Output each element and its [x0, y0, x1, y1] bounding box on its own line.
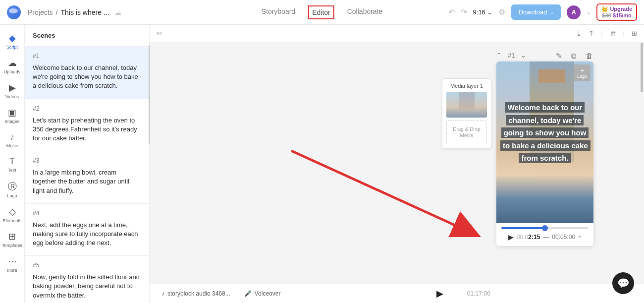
scene-item[interactable]: #4 Next, add the eggs one at a time, mak… — [25, 204, 149, 256]
image-icon: ▣ — [8, 107, 16, 118]
media-thumbnail[interactable] — [446, 92, 487, 118]
scenes-panel: Scenes #1 Welcome back to our channel, t… — [25, 25, 150, 303]
scene-tools: ✎ ⧉ 🗑 — [556, 52, 593, 61]
upload-icon: ☁ — [8, 58, 17, 68]
canvas-area: ✄ ⤓ ⤒ | 🗑 | ⊞ ⌃ #1 ⌄ ✎ ⧉ 🗑 — [150, 25, 644, 303]
breadcrumb-projects[interactable]: Projects — [28, 8, 53, 16]
scene-prev-icon[interactable]: ⌃ — [496, 52, 502, 59]
top-tabs: Storyboard Editor Collaborate — [259, 5, 386, 19]
scene-item[interactable]: #3 In a large mixing bowl, cream togethe… — [25, 151, 149, 204]
voiceover-button[interactable]: 🎤Voiceover — [244, 290, 281, 297]
script-icon: ◆ — [9, 33, 16, 44]
scene-item[interactable]: #5 Now, gently fold in the sifted flour … — [25, 256, 149, 303]
grid-icon[interactable]: ⊞ — [632, 30, 637, 37]
text-icon: T — [9, 156, 15, 167]
nav-music[interactable]: ♪Music — [0, 128, 24, 152]
overlay-text[interactable]: Welcome back to our channel, today we're… — [500, 101, 590, 165]
nav-videos[interactable]: ▶Videos — [0, 78, 24, 103]
export-icon[interactable]: ⤓ — [576, 30, 582, 37]
scene-num: #4 — [33, 210, 141, 217]
total-time: 01:17:00 — [467, 290, 490, 297]
nav-templates[interactable]: ⊞Templates — [0, 227, 24, 252]
preview-card: Logo Welcome back to our channel, today … — [496, 61, 593, 246]
scene-num: #3 — [33, 157, 141, 164]
templates-icon: ⊞ — [8, 231, 16, 242]
logo-icon: Ⓡ — [8, 181, 17, 192]
nav-logo[interactable]: ⓇLogo — [0, 177, 24, 202]
timeline-play-icon[interactable]: ▶ — [436, 288, 443, 299]
upload-scene-icon[interactable]: ⤒ — [589, 30, 594, 37]
redo-icon[interactable]: ↷ — [461, 7, 467, 17]
music-note-icon: ♪ — [161, 290, 164, 297]
canvas-scrollbar[interactable] — [641, 43, 643, 92]
bottom-bar: ♪storyblock audio 3468... 🎤Voiceover ▶ 0… — [150, 283, 644, 303]
tab-storyboard[interactable]: Storyboard — [259, 5, 298, 19]
upgrade-button[interactable]: 👑 Upgrade $30 $15/mo — [596, 3, 637, 21]
breadcrumb-sep: / — [56, 8, 58, 16]
settings-icon[interactable]: ⚙ — [498, 7, 505, 17]
elements-icon: ◇ — [9, 206, 16, 217]
nav-elements[interactable]: ◇Elements — [0, 202, 24, 227]
avatar-menu-chevron-icon[interactable]: ⌄ — [587, 9, 590, 15]
scene-item[interactable]: #2 Let's start by preheating the oven to… — [25, 99, 149, 152]
download-button[interactable]: Download ⌄ — [511, 4, 561, 20]
preview-image[interactable]: Logo Welcome back to our channel, today … — [496, 61, 593, 223]
timeline-slider[interactable] — [496, 223, 593, 231]
scene-list[interactable]: #1 Welcome back to our channel, today we… — [25, 47, 149, 303]
trash-icon[interactable]: 🗑 — [586, 52, 593, 61]
svg-line-0 — [291, 151, 477, 235]
mic-icon: 🎤 — [244, 290, 252, 297]
breadcrumb-title[interactable]: This is where ... — [60, 8, 109, 16]
app-logo[interactable] — [7, 5, 21, 19]
tab-collaborate[interactable]: Collaborate — [344, 5, 386, 19]
editor-stage: ⌃ #1 ⌄ ✎ ⧉ 🗑 Media layer 1 Drag & Drop M… — [150, 43, 644, 283]
topbar-right: ↶ ↷ 9:16 ⌄ ⚙ Download ⌄ A ⌄ 👑 Upgrade $3… — [448, 3, 637, 21]
avatar[interactable]: A — [567, 5, 581, 19]
scene-num: #5 — [33, 262, 141, 269]
copy-icon[interactable]: ⧉ — [571, 52, 577, 61]
time-controls: ▶ 00:02:15 — 00:05:00 + — [496, 231, 593, 241]
time-plus-icon[interactable]: + — [578, 234, 582, 241]
time-minus-icon[interactable]: — — [543, 234, 549, 241]
delete-icon[interactable]: 🗑 — [610, 30, 616, 37]
scene-nav: ⌃ #1 ⌄ — [496, 52, 526, 59]
scenes-header: Scenes — [25, 25, 149, 47]
canvas-toolbar-right: ⤓ ⤒ | 🗑 | ⊞ — [576, 30, 637, 37]
music-icon: ♪ — [10, 132, 14, 142]
scene-text: Let's start by preheating the oven to 35… — [33, 116, 141, 143]
video-icon: ▶ — [9, 82, 16, 93]
logo-placeholder[interactable]: Logo — [574, 64, 590, 81]
nav-images[interactable]: ▣Images — [0, 103, 24, 128]
scene-next-icon[interactable]: ⌄ — [521, 52, 526, 59]
scene-num: #2 — [33, 105, 141, 112]
duration: 00:05:00 — [552, 234, 575, 241]
nav-uploads[interactable]: ☁Uploads — [0, 54, 24, 78]
scene-text: Next, add the eggs one at a time, making… — [33, 221, 141, 248]
nav-text[interactable]: TText — [0, 152, 24, 177]
aspect-ratio[interactable]: 9:16 ⌄ — [473, 8, 493, 16]
split-icon[interactable]: ✄ — [157, 30, 162, 37]
scene-text: In a large mixing bowl, cream together t… — [33, 168, 141, 195]
chat-button[interactable]: 💬 — [612, 272, 634, 294]
cloud-sync-icon[interactable]: ☁ — [114, 8, 121, 16]
current-time: 00:02:15 — [517, 234, 540, 241]
media-layer-title: Media layer 1 — [446, 83, 487, 89]
audio-track[interactable]: ♪storyblock audio 3468... — [161, 290, 230, 297]
canvas-toolbar: ✄ ⤓ ⤒ | 🗑 | ⊞ — [150, 25, 644, 43]
left-iconbar: ◆Script ☁Uploads ▶Videos ▣Images ♪Music … — [0, 25, 25, 303]
play-icon[interactable]: ▶ — [508, 233, 514, 241]
scene-num: #1 — [33, 53, 141, 60]
tab-editor[interactable]: Editor — [308, 5, 334, 19]
media-layer-panel: Media layer 1 Drag & Drop Media — [442, 78, 491, 149]
nav-script[interactable]: ◆Script — [0, 29, 24, 54]
edit-icon[interactable]: ✎ — [556, 52, 562, 61]
scene-text: Welcome back to our channel, today we're… — [33, 63, 141, 91]
media-dropzone[interactable]: Drag & Drop Media — [446, 121, 487, 144]
scene-current: #1 — [508, 52, 515, 59]
more-icon: ⋯ — [8, 256, 17, 267]
topbar: Projects / This is where ... ☁ Storyboar… — [0, 0, 644, 25]
scene-item[interactable]: #1 Welcome back to our channel, today we… — [25, 47, 149, 99]
undo-icon[interactable]: ↶ — [448, 7, 455, 17]
main: ◆Script ☁Uploads ▶Videos ▣Images ♪Music … — [0, 25, 644, 303]
nav-more[interactable]: ⋯More — [0, 252, 24, 277]
